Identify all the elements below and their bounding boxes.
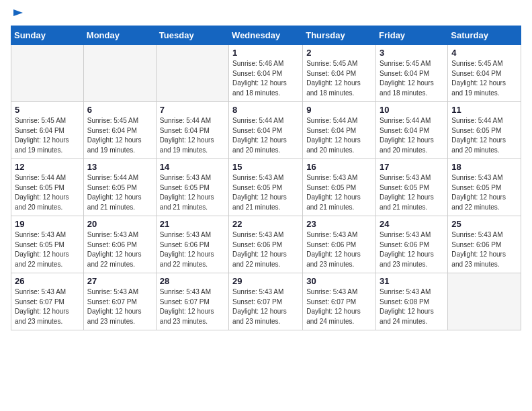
calendar-cell: 3Sunrise: 5:45 AM Sunset: 6:04 PM Daylig… [376, 45, 448, 102]
calendar-cell: 24Sunrise: 5:43 AM Sunset: 6:06 PM Dayli… [376, 216, 448, 273]
day-info: Sunrise: 5:43 AM Sunset: 6:07 PM Dayligh… [87, 287, 152, 326]
day-info: Sunrise: 5:43 AM Sunset: 6:05 PM Dayligh… [15, 230, 80, 269]
calendar-cell: 23Sunrise: 5:43 AM Sunset: 6:06 PM Dayli… [303, 216, 376, 273]
day-number: 20 [87, 219, 152, 229]
calendar-cell [448, 273, 521, 330]
day-number: 15 [232, 162, 299, 172]
day-number: 26 [15, 276, 80, 286]
calendar-cell: 20Sunrise: 5:43 AM Sunset: 6:06 PM Dayli… [83, 216, 156, 273]
day-number: 6 [87, 105, 152, 115]
calendar-cell: 12Sunrise: 5:44 AM Sunset: 6:05 PM Dayli… [11, 159, 84, 216]
day-number: 14 [160, 162, 225, 172]
logo [11, 11, 24, 20]
calendar-header-row: SundayMondayTuesdayWednesdayThursdayFrid… [11, 26, 521, 45]
calendar-cell: 13Sunrise: 5:44 AM Sunset: 6:05 PM Dayli… [83, 159, 156, 216]
day-number: 9 [306, 105, 372, 115]
day-info: Sunrise: 5:45 AM Sunset: 6:04 PM Dayligh… [87, 116, 152, 155]
day-info: Sunrise: 5:43 AM Sunset: 6:07 PM Dayligh… [232, 287, 299, 326]
day-info: Sunrise: 5:43 AM Sunset: 6:05 PM Dayligh… [306, 173, 372, 212]
day-info: Sunrise: 5:44 AM Sunset: 6:04 PM Dayligh… [160, 116, 225, 155]
calendar-cell: 6Sunrise: 5:45 AM Sunset: 6:04 PM Daylig… [83, 102, 156, 159]
day-number: 17 [380, 162, 444, 172]
page-header [11, 11, 521, 20]
svg-marker-0 [13, 9, 23, 16]
calendar-cell: 9Sunrise: 5:44 AM Sunset: 6:04 PM Daylig… [303, 102, 376, 159]
calendar-week-5: 26Sunrise: 5:43 AM Sunset: 6:07 PM Dayli… [11, 273, 521, 330]
calendar-cell [11, 45, 84, 102]
calendar-cell: 15Sunrise: 5:43 AM Sunset: 6:05 PM Dayli… [229, 159, 303, 216]
day-info: Sunrise: 5:45 AM Sunset: 6:04 PM Dayligh… [306, 59, 372, 98]
calendar-cell: 17Sunrise: 5:43 AM Sunset: 6:05 PM Dayli… [376, 159, 448, 216]
column-header-thursday: Thursday [303, 26, 376, 45]
day-number: 11 [451, 105, 517, 115]
calendar-cell: 28Sunrise: 5:43 AM Sunset: 6:07 PM Dayli… [156, 273, 228, 330]
calendar-week-1: 1Sunrise: 5:46 AM Sunset: 6:04 PM Daylig… [11, 45, 521, 102]
day-info: Sunrise: 5:43 AM Sunset: 6:08 PM Dayligh… [380, 287, 444, 326]
calendar-cell: 2Sunrise: 5:45 AM Sunset: 6:04 PM Daylig… [303, 45, 376, 102]
day-info: Sunrise: 5:45 AM Sunset: 6:04 PM Dayligh… [451, 59, 517, 98]
day-number: 22 [232, 219, 299, 229]
column-header-wednesday: Wednesday [229, 26, 303, 45]
column-header-tuesday: Tuesday [156, 26, 228, 45]
day-info: Sunrise: 5:44 AM Sunset: 6:04 PM Dayligh… [380, 116, 444, 155]
day-number: 30 [306, 276, 372, 286]
day-info: Sunrise: 5:43 AM Sunset: 6:06 PM Dayligh… [306, 230, 372, 269]
day-number: 4 [451, 48, 517, 58]
day-info: Sunrise: 5:45 AM Sunset: 6:04 PM Dayligh… [380, 59, 444, 98]
day-info: Sunrise: 5:43 AM Sunset: 6:05 PM Dayligh… [451, 173, 517, 212]
day-info: Sunrise: 5:43 AM Sunset: 6:05 PM Dayligh… [160, 173, 225, 212]
day-info: Sunrise: 5:43 AM Sunset: 6:06 PM Dayligh… [232, 230, 299, 269]
day-number: 1 [232, 48, 299, 58]
day-info: Sunrise: 5:43 AM Sunset: 6:06 PM Dayligh… [87, 230, 152, 269]
day-info: Sunrise: 5:46 AM Sunset: 6:04 PM Dayligh… [232, 59, 299, 98]
day-number: 31 [380, 276, 444, 286]
calendar-cell: 8Sunrise: 5:44 AM Sunset: 6:04 PM Daylig… [229, 102, 303, 159]
calendar-cell: 1Sunrise: 5:46 AM Sunset: 6:04 PM Daylig… [229, 45, 303, 102]
day-info: Sunrise: 5:44 AM Sunset: 6:05 PM Dayligh… [451, 116, 517, 155]
day-info: Sunrise: 5:43 AM Sunset: 6:06 PM Dayligh… [160, 230, 225, 269]
day-number: 16 [306, 162, 372, 172]
day-info: Sunrise: 5:43 AM Sunset: 6:07 PM Dayligh… [160, 287, 225, 326]
calendar-cell: 22Sunrise: 5:43 AM Sunset: 6:06 PM Dayli… [229, 216, 303, 273]
column-header-sunday: Sunday [11, 26, 84, 45]
day-info: Sunrise: 5:44 AM Sunset: 6:05 PM Dayligh… [15, 173, 80, 212]
day-number: 13 [87, 162, 152, 172]
calendar-cell: 30Sunrise: 5:43 AM Sunset: 6:07 PM Dayli… [303, 273, 376, 330]
calendar-cell: 14Sunrise: 5:43 AM Sunset: 6:05 PM Dayli… [156, 159, 228, 216]
calendar-cell: 19Sunrise: 5:43 AM Sunset: 6:05 PM Dayli… [11, 216, 84, 273]
day-number: 28 [160, 276, 225, 286]
day-number: 27 [87, 276, 152, 286]
day-number: 18 [451, 162, 517, 172]
column-header-saturday: Saturday [448, 26, 521, 45]
calendar-cell: 25Sunrise: 5:43 AM Sunset: 6:06 PM Dayli… [448, 216, 521, 273]
calendar-cell: 18Sunrise: 5:43 AM Sunset: 6:05 PM Dayli… [448, 159, 521, 216]
calendar-cell: 11Sunrise: 5:44 AM Sunset: 6:05 PM Dayli… [448, 102, 521, 159]
logo-flag-icon [12, 8, 24, 20]
calendar-table: SundayMondayTuesdayWednesdayThursdayFrid… [11, 26, 521, 330]
day-info: Sunrise: 5:44 AM Sunset: 6:05 PM Dayligh… [87, 173, 152, 212]
day-info: Sunrise: 5:43 AM Sunset: 6:05 PM Dayligh… [380, 173, 444, 212]
day-number: 3 [380, 48, 444, 58]
calendar-cell [156, 45, 228, 102]
calendar-cell: 31Sunrise: 5:43 AM Sunset: 6:08 PM Dayli… [376, 273, 448, 330]
day-number: 5 [15, 105, 80, 115]
day-number: 8 [232, 105, 299, 115]
day-info: Sunrise: 5:43 AM Sunset: 6:05 PM Dayligh… [232, 173, 299, 212]
day-info: Sunrise: 5:45 AM Sunset: 6:04 PM Dayligh… [15, 116, 80, 155]
column-header-friday: Friday [376, 26, 448, 45]
day-number: 7 [160, 105, 225, 115]
day-number: 29 [232, 276, 299, 286]
day-info: Sunrise: 5:44 AM Sunset: 6:04 PM Dayligh… [306, 116, 372, 155]
calendar-cell: 27Sunrise: 5:43 AM Sunset: 6:07 PM Dayli… [83, 273, 156, 330]
column-header-monday: Monday [83, 26, 156, 45]
calendar-week-3: 12Sunrise: 5:44 AM Sunset: 6:05 PM Dayli… [11, 159, 521, 216]
calendar-cell: 16Sunrise: 5:43 AM Sunset: 6:05 PM Dayli… [303, 159, 376, 216]
calendar-cell: 4Sunrise: 5:45 AM Sunset: 6:04 PM Daylig… [448, 45, 521, 102]
day-number: 2 [306, 48, 372, 58]
calendar-cell: 5Sunrise: 5:45 AM Sunset: 6:04 PM Daylig… [11, 102, 84, 159]
calendar-cell: 29Sunrise: 5:43 AM Sunset: 6:07 PM Dayli… [229, 273, 303, 330]
day-number: 19 [15, 219, 80, 229]
day-number: 23 [306, 219, 372, 229]
day-info: Sunrise: 5:43 AM Sunset: 6:06 PM Dayligh… [451, 230, 517, 269]
day-number: 25 [451, 219, 517, 229]
